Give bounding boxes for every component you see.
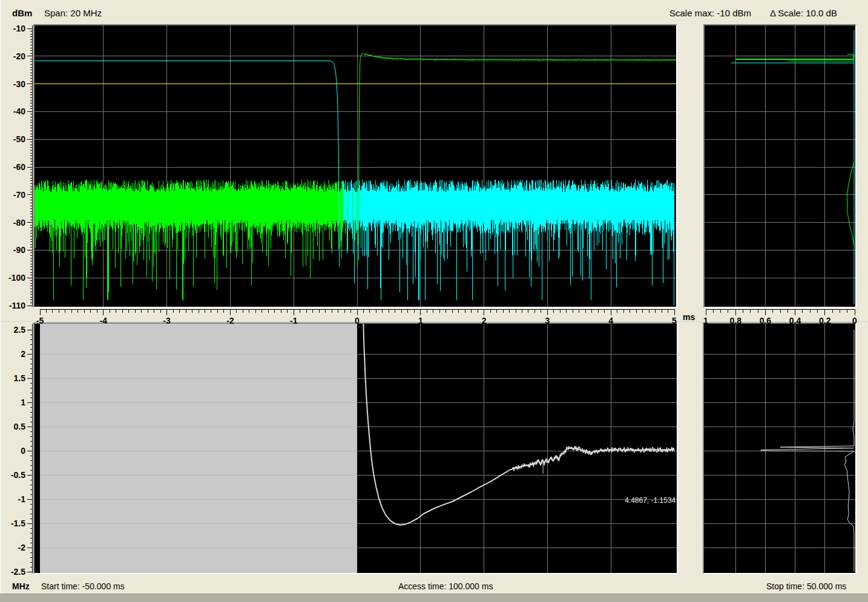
scale-max-readout: Scale max: -10 dBm <box>669 8 751 18</box>
svg-text:-20: -20 <box>13 51 25 61</box>
svg-text:2.5: 2.5 <box>14 325 26 335</box>
delta-scale-readout: Δ Scale: 10.0 dB <box>770 8 837 18</box>
window-border <box>0 0 1 602</box>
instrument-screen: dBm Span: 20 MHz Scale max: -10 dBm Δ Sc… <box>0 0 868 602</box>
svg-text:-0.5: -0.5 <box>11 470 25 480</box>
status-strip <box>0 594 868 602</box>
section-divider <box>0 321 868 322</box>
svg-text:1: 1 <box>21 398 25 407</box>
svg-text:-40: -40 <box>13 106 25 116</box>
svg-text:0.5: 0.5 <box>14 422 26 431</box>
svg-text:ms: ms <box>683 312 695 322</box>
svg-text:-80: -80 <box>13 218 25 227</box>
svg-text:-10: -10 <box>13 24 25 33</box>
start-time-readout: Start time: -50.000 ms <box>41 581 125 591</box>
power-vs-time-plot[interactable] <box>33 24 677 308</box>
svg-text:-1: -1 <box>18 494 26 504</box>
span-readout: Span: 20 MHz <box>44 8 102 18</box>
access-time-readout: Access time: 100.000 ms <box>398 581 493 591</box>
svg-text:-2.5: -2.5 <box>11 567 25 577</box>
svg-text:1.5: 1.5 <box>14 373 26 383</box>
svg-text:-100: -100 <box>8 273 25 283</box>
svg-text:-110: -110 <box>9 301 25 310</box>
svg-text:-2: -2 <box>18 543 26 552</box>
frequency-vs-time-plot[interactable]: 4.4867, -1.1534 <box>33 322 678 574</box>
x-unit-label: MHz <box>12 581 30 591</box>
frequency-histogram-plot[interactable] <box>703 322 856 574</box>
svg-text:-30: -30 <box>13 79 25 89</box>
svg-text:-90: -90 <box>13 245 25 255</box>
svg-text:2: 2 <box>21 349 25 359</box>
svg-text:-1.5: -1.5 <box>11 519 25 528</box>
power-histogram-plot[interactable] <box>703 24 856 308</box>
cursor-readout: 4.4867, -1.1534 <box>625 496 676 505</box>
y-unit-label: dBm <box>12 8 32 18</box>
svg-text:-60: -60 <box>13 162 25 172</box>
svg-text:-50: -50 <box>13 134 25 144</box>
stop-time-readout: Stop time: 50.000 ms <box>766 581 846 591</box>
svg-text:0: 0 <box>21 446 25 456</box>
svg-text:-70: -70 <box>13 190 25 200</box>
